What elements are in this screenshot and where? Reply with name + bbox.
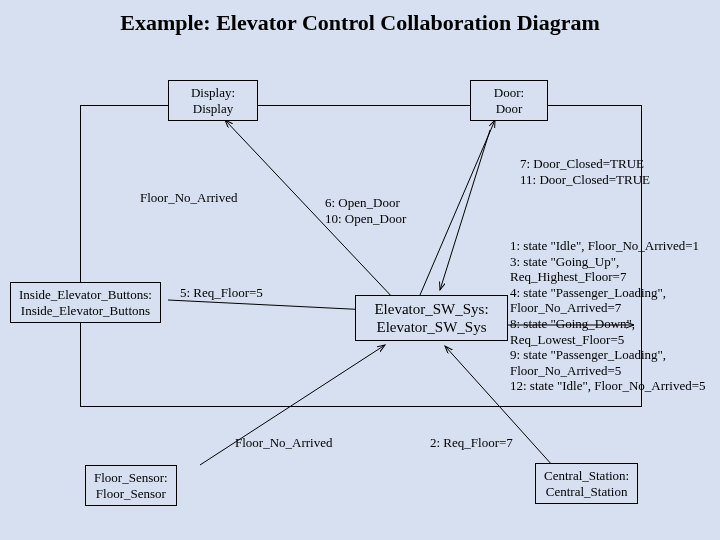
- label-req-floor-7: 2: Req_Floor=7: [430, 435, 513, 451]
- diagram-title: Example: Elevator Control Collaboration …: [0, 10, 720, 36]
- label-states: 1: state "Idle", Floor_No_Arrived=13: st…: [510, 238, 706, 394]
- label-door-closed: 7: Door_Closed=TRUE11: Door_Closed=TRUE: [520, 156, 650, 187]
- central-box: Central_Station:Central_Station: [535, 463, 638, 504]
- label-req-floor-5: 5: Req_Floor=5: [180, 285, 263, 301]
- buttons-box: Inside_Elevator_Buttons:Inside_Elevator_…: [10, 282, 161, 323]
- label-floor-no-arrived-top: Floor_No_Arrived: [140, 190, 238, 206]
- door-box: Door:Door: [470, 80, 548, 121]
- display-box: Display:Display: [168, 80, 258, 121]
- sensor-box: Floor_Sensor:Floor_Sensor: [85, 465, 177, 506]
- swsys-box: Elevator_SW_Sys:Elevator_SW_Sys: [355, 295, 508, 341]
- label-floor-no-arrived-bottom: Floor_No_Arrived: [235, 435, 333, 451]
- label-open-door: 6: Open_Door10: Open_Door: [325, 195, 406, 226]
